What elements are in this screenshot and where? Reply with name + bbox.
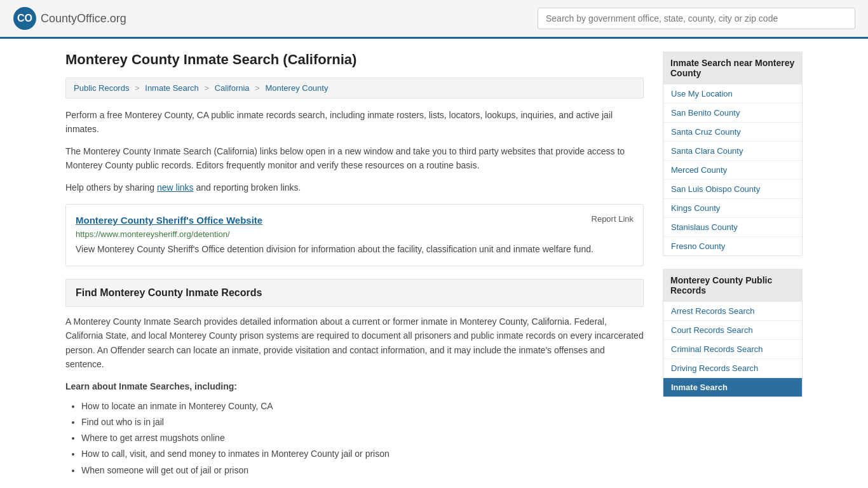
sidebar-nearby-section: Inmate Search near Monterey County Use M… — [663, 51, 803, 256]
sidebar-item-driving-records[interactable]: Driving Records Search — [663, 359, 802, 378]
logo-text: CountyOffice.org — [41, 12, 126, 25]
main-wrapper: Monterey County Inmate Search (Californi… — [53, 39, 815, 488]
search-input[interactable] — [538, 8, 855, 29]
sidebar-item-court-records[interactable]: Court Records Search — [663, 321, 802, 340]
resource-url[interactable]: https://www.montereysheriff.org/detentio… — [76, 229, 634, 239]
resource-title-link[interactable]: Monterey County Sheriff's Office Website — [76, 215, 262, 226]
sidebar-item-san-benito[interactable]: San Benito County — [663, 104, 802, 123]
header: CO CountyOffice.org — [0, 0, 868, 39]
sidebar-item-arrest-records[interactable]: Arrest Records Search — [663, 302, 802, 321]
description-para2: The Monterey County Inmate Search (Calif… — [65, 144, 644, 173]
new-links-link[interactable]: new links — [157, 182, 194, 193]
find-section-heading: Find Monterey County Inmate Records — [76, 287, 634, 299]
sidebar-item-use-location[interactable]: Use My Location — [663, 85, 802, 104]
logo-icon: CO — [13, 6, 37, 30]
resource-title: Monterey County Sheriff's Office Website — [76, 214, 262, 226]
content-area: Monterey County Inmate Search (Californi… — [65, 51, 644, 478]
sidebar-nearby-list: Use My Location San Benito County Santa … — [663, 85, 803, 256]
list-item: How to call, visit, and send money to in… — [81, 446, 644, 462]
resource-card: Monterey County Sheriff's Office Website… — [65, 204, 644, 266]
list-item: Find out who is in jail — [81, 414, 644, 430]
find-section: Find Monterey County Inmate Records A Mo… — [65, 279, 644, 478]
sidebar-item-inmate-search[interactable]: Inmate Search — [663, 378, 802, 396]
breadcrumb-inmate-search[interactable]: Inmate Search — [145, 83, 199, 93]
breadcrumb-california[interactable]: California — [215, 83, 250, 93]
breadcrumb: Public Records > Inmate Search > Califor… — [65, 78, 644, 98]
description-section: Perform a free Monterey County, CA publi… — [65, 108, 644, 194]
breadcrumb-public-records[interactable]: Public Records — [74, 83, 129, 93]
sidebar-public-records-section: Monterey County Public Records Arrest Re… — [663, 269, 803, 397]
logo-area[interactable]: CO CountyOffice.org — [13, 6, 126, 30]
sidebar-nearby-header: Inmate Search near Monterey County — [663, 51, 803, 85]
breadcrumb-sep-1: > — [135, 83, 140, 93]
resource-card-header: Monterey County Sheriff's Office Website… — [76, 214, 634, 226]
breadcrumb-sep-3: > — [255, 83, 260, 93]
page-title: Monterey County Inmate Search (Californi… — [65, 51, 644, 68]
resource-description: View Monterey County Sheriff's Office de… — [76, 243, 634, 256]
sidebar-item-santa-clara[interactable]: Santa Clara County — [663, 142, 802, 161]
description-para1: Perform a free Monterey County, CA publi… — [65, 108, 644, 137]
list-item: When someone will get out of jail or pri… — [81, 463, 644, 478]
sidebar-item-kings[interactable]: Kings County — [663, 199, 802, 218]
svg-text:CO: CO — [17, 13, 32, 24]
find-section-para1: A Monterey County Inmate Search provides… — [65, 315, 644, 372]
report-link[interactable]: Report Link — [592, 214, 634, 224]
sidebar-item-criminal-records[interactable]: Criminal Records Search — [663, 340, 802, 359]
sidebar-item-merced[interactable]: Merced County — [663, 161, 802, 180]
learn-list: How to locate an inmate in Monterey Coun… — [65, 398, 644, 478]
sidebar-item-fresno[interactable]: Fresno County — [663, 237, 802, 255]
breadcrumb-monterey-county[interactable]: Monterey County — [265, 83, 328, 93]
sidebar-item-santa-cruz[interactable]: Santa Cruz County — [663, 123, 802, 142]
sidebar-public-records-list: Arrest Records Search Court Records Sear… — [663, 302, 803, 397]
sidebar-item-stanislaus[interactable]: Stanislaus County — [663, 218, 802, 237]
list-item: How to locate an inmate in Monterey Coun… — [81, 398, 644, 414]
sidebar-public-records-header: Monterey County Public Records — [663, 269, 803, 302]
breadcrumb-sep-2: > — [204, 83, 209, 93]
find-section-header-box: Find Monterey County Inmate Records — [65, 279, 644, 307]
sidebar: Inmate Search near Monterey County Use M… — [663, 51, 803, 478]
learn-title: Learn about Inmate Searches, including: — [65, 379, 644, 393]
description-para3: Help others by sharing new links and rep… — [65, 180, 644, 194]
sidebar-item-san-luis-obispo[interactable]: San Luis Obispo County — [663, 180, 802, 199]
list-item: Where to get arrest mugshots online — [81, 430, 644, 446]
